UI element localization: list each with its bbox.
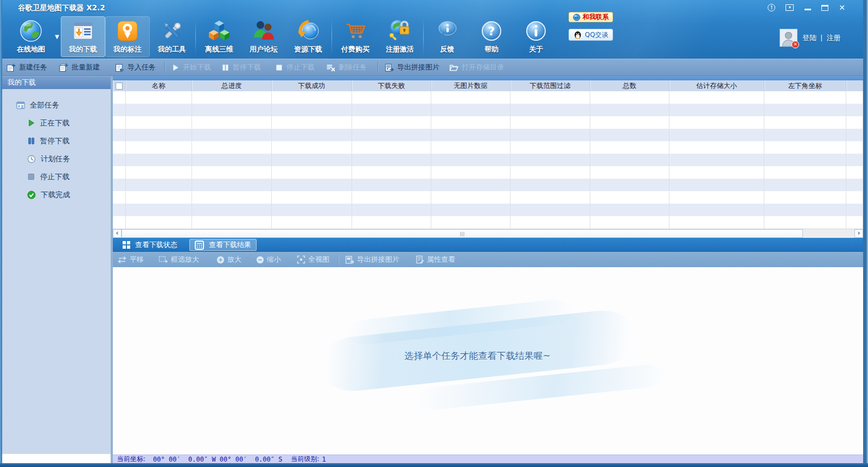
zoom-in-icon [216, 256, 225, 264]
full-view-button[interactable]: 全视图 [297, 255, 329, 264]
toolbar-button-register-activate[interactable]: 注册激活 [378, 16, 422, 57]
table-cell [846, 129, 863, 141]
toolbar-button-my-tools[interactable]: 我的工具 [150, 16, 194, 57]
sidebar-item-all-tasks[interactable]: 全部任务 [2, 96, 111, 114]
table-cell [192, 179, 272, 191]
table-row[interactable] [113, 179, 863, 191]
table-cell [590, 91, 669, 104]
level-label: 当前级别: [291, 455, 319, 464]
close-icon[interactable]: ✕ [839, 4, 845, 11]
table-cell [272, 179, 352, 191]
export-stitched-image-button[interactable]: 导出拼接图片 [385, 62, 439, 72]
column-header-failed[interactable]: 下载失败 [352, 80, 431, 91]
horizontal-scrollbar[interactable]: ‹ › [113, 229, 863, 238]
sidebar-item-downloading[interactable]: 正在下载 [2, 114, 111, 132]
toolbar-button-about[interactable]: 关于 [514, 16, 558, 57]
toolbar-button-offline-3d[interactable]: 离线三维 [197, 16, 241, 57]
maximize-icon[interactable] [821, 5, 828, 11]
login-link[interactable]: 登陆 [802, 33, 816, 43]
toolbar-button-user-forum[interactable]: 用户论坛 [241, 16, 286, 57]
table-cell [764, 104, 846, 116]
chevron-down-icon[interactable]: ▼ [53, 34, 61, 40]
table-cell [846, 104, 863, 116]
toolbar-button-my-downloads[interactable]: 我的下载 [61, 16, 105, 57]
toolbar-button-online-map[interactable]: 在线地图 [9, 16, 53, 57]
table-row[interactable] [113, 141, 863, 154]
table-cell [192, 166, 272, 179]
select-all-checkbox[interactable] [116, 83, 123, 90]
folder-open-icon [449, 63, 458, 72]
stop-download-button[interactable]: 停止下载 [275, 62, 315, 72]
tab-download-result[interactable]: 查看下载结果 [189, 239, 257, 251]
zoom-in-button[interactable]: 放大 [216, 255, 241, 264]
scroll-left-icon[interactable]: ‹ [113, 229, 122, 238]
table-cell [590, 129, 669, 141]
properties-button[interactable]: 属性查看 [416, 255, 455, 264]
zoom-out-button[interactable]: 缩小 [256, 255, 281, 264]
table-row[interactable] [113, 191, 863, 204]
sidebar-item-scheduled[interactable]: 计划任务 [2, 150, 111, 168]
table-cell [510, 179, 590, 191]
batch-create-icon [59, 63, 68, 72]
toolbar-button-my-annotations[interactable]: 我的标注 [105, 16, 150, 57]
minimize-icon[interactable] [804, 4, 811, 11]
scroll-right-icon[interactable]: › [854, 229, 863, 238]
table-cell [431, 216, 510, 229]
feedback-bubble-icon [435, 18, 459, 44]
column-header-storage-size[interactable]: 估计存储大小 [669, 80, 764, 91]
column-header-no-image[interactable]: 无图片数据 [431, 80, 510, 91]
toolbar-button-help[interactable]: ? 帮助 [469, 16, 514, 57]
table-row[interactable] [113, 91, 863, 104]
toolbar-button-resource-download[interactable]: 资源下载 [286, 16, 330, 57]
export-stitched-image-button-bottom[interactable]: 导出拼接图片 [345, 255, 399, 264]
minimize-to-tray-icon[interactable]: ▾ [786, 4, 794, 11]
batch-create-button[interactable]: 批量新建 [59, 62, 100, 72]
column-header-range-filter[interactable]: 下载范围过滤 [510, 80, 590, 91]
top-chrome: 谷歌卫星地图下载器 X2.2 ! ▾ ✕ 在线地图 ▼ 我的下 [0, 0, 868, 59]
toolbar-separator [423, 18, 424, 55]
pan-button[interactable]: 平移 [117, 255, 144, 264]
avatar[interactable]: ✕ [780, 29, 797, 47]
sidebar-item-completed[interactable]: 下载完成 [2, 186, 111, 204]
full-view-icon [297, 255, 305, 264]
level-value: 1 [322, 456, 327, 463]
table-row[interactable] [113, 154, 863, 166]
table-cell [431, 141, 510, 154]
table-cell [113, 204, 126, 216]
column-header-spacer [846, 80, 863, 91]
table-row[interactable] [113, 104, 863, 116]
box-zoom-button[interactable]: 框选放大 [158, 255, 199, 264]
scrollbar-thumb[interactable] [122, 229, 803, 238]
table-cell [113, 166, 126, 179]
sidebar-item-paused[interactable]: 暂停下载 [2, 132, 111, 150]
table-cell [669, 191, 764, 204]
table-row[interactable] [113, 216, 863, 229]
qq-chat-button[interactable]: QQ交谈 [569, 29, 613, 41]
start-download-button[interactable]: 开始下载 [171, 62, 211, 72]
toolbar-button-feedback[interactable]: 反馈 [425, 16, 469, 57]
pause-download-button[interactable]: 暂停下载 [221, 62, 261, 72]
column-header-bottom-left-coord[interactable]: 左下角坐标 [764, 80, 846, 91]
table-row[interactable] [113, 116, 863, 129]
open-storage-dir-button[interactable]: 打开存储目录 [449, 62, 504, 72]
toolbar-button-purchase[interactable]: 付费购买 [333, 16, 378, 57]
grid-top-strip [113, 76, 863, 80]
column-header-progress[interactable]: 总进度 [192, 80, 272, 91]
column-header-total[interactable]: 总数 [590, 80, 669, 91]
table-row[interactable] [113, 129, 863, 141]
table-cell [113, 141, 126, 154]
import-task-button[interactable]: 导入任务 [115, 62, 156, 72]
contact-me-button[interactable]: 和我联系 [569, 12, 613, 22]
column-header-name[interactable]: 名称 [126, 80, 192, 91]
register-link[interactable]: 注册 [826, 33, 840, 43]
window-info-icon[interactable]: ! [768, 4, 775, 11]
table-cell [590, 104, 669, 116]
table-row[interactable] [113, 204, 863, 216]
new-task-button[interactable]: 新建任务 [7, 62, 47, 72]
table-row[interactable] [113, 166, 863, 179]
sidebar-item-stopped[interactable]: 停止下载 [2, 168, 111, 186]
table-cell [764, 129, 846, 141]
tab-download-status[interactable]: 查看下载状态 [117, 239, 183, 251]
delete-task-button[interactable]: 删除任务 [326, 62, 367, 72]
column-header-success[interactable]: 下载成功 [272, 80, 352, 91]
